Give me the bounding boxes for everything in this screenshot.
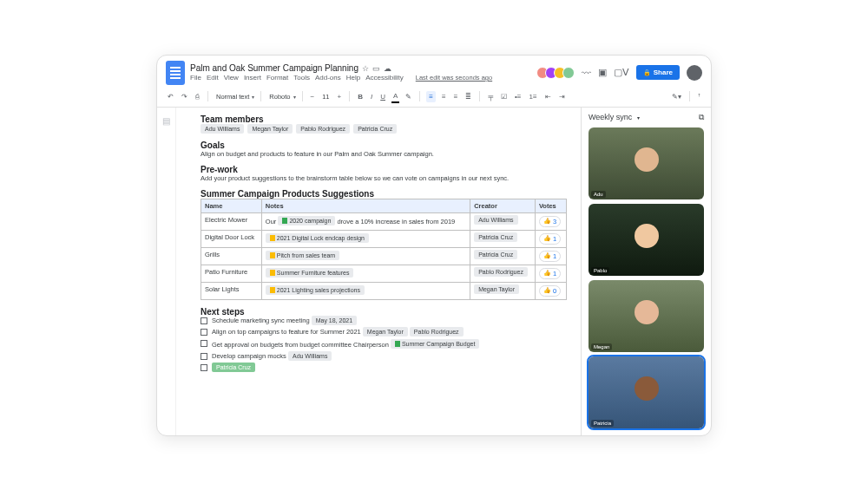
last-edit-text[interactable]: Last edit was seconds ago — [416, 74, 492, 82]
checkbox[interactable] — [201, 364, 207, 371]
file-chip[interactable]: 2020 campaign — [278, 216, 335, 225]
hide-menus-icon[interactable]: ꜛ — [696, 91, 702, 102]
video-tile[interactable]: Pablo — [589, 204, 704, 276]
person-chip[interactable]: Pablo Rodriguez — [474, 267, 528, 277]
checklist-item: Schedule marketing sync meeting May 18, … — [201, 317, 567, 324]
person-chip[interactable]: May 18, 2021 — [312, 316, 357, 325]
doc-title[interactable]: Palm and Oak Summer Campaign Planning — [190, 63, 358, 73]
menu-edit[interactable]: Edit — [207, 74, 219, 82]
bulleted-list-icon[interactable]: •≡ — [513, 91, 523, 102]
video-tiles: Adu Pablo Megan Patricia — [589, 127, 704, 429]
checklist-item: Get approval on budgets from budget comm… — [201, 339, 567, 349]
cell-creator: Patricia Cruz — [470, 247, 536, 265]
title-bar: Palm and Oak Summer Campaign Planning ☆ … — [157, 56, 711, 87]
align-justify-icon[interactable]: ≣ — [464, 91, 473, 102]
next-steps-checklist: Schedule marketing sync meeting May 18, … — [201, 317, 567, 371]
underline-icon[interactable]: U — [378, 91, 387, 102]
share-button[interactable]: Share — [636, 65, 680, 80]
collaborator-avatars[interactable] — [540, 67, 575, 79]
checklist-icon[interactable]: ☑ — [499, 91, 509, 102]
file-chip[interactable]: 2021 Digital Lock endcap design — [266, 233, 369, 243]
meet-popout-icon[interactable]: ⧉ — [699, 113, 704, 122]
video-tile[interactable]: Megan — [589, 280, 704, 352]
font-size-field[interactable]: 11 — [320, 92, 331, 101]
meet-title-dropdown-icon[interactable]: ▾ — [637, 114, 640, 121]
checklist-text: Schedule marketing sync meeting May 18, … — [212, 317, 357, 324]
person-chip[interactable]: Adu Williams — [288, 351, 332, 361]
person-chip[interactable]: Adu Williams — [201, 124, 244, 134]
indent-dec-icon[interactable]: ⇤ — [543, 91, 553, 102]
checkbox[interactable] — [201, 340, 207, 347]
redo-icon[interactable]: ↷ — [180, 91, 189, 102]
person-chip[interactable]: Megan Taylor — [474, 284, 519, 294]
menu-bar: File Edit View Insert Format Tools Add-o… — [190, 74, 492, 82]
heading-goals: Goals — [201, 140, 567, 150]
menu-file[interactable]: File — [190, 74, 201, 82]
font-size-inc[interactable]: + — [336, 91, 344, 102]
person-chip[interactable]: Pablo Rodriguez — [410, 327, 464, 336]
highlight-icon[interactable]: ✎ — [404, 91, 413, 102]
file-chip[interactable]: Pitch from sales team — [266, 251, 339, 260]
bold-icon[interactable]: B — [356, 91, 365, 102]
file-chip[interactable]: Summer Campaign Budget — [391, 339, 479, 349]
align-center-icon[interactable]: ≡ — [440, 91, 448, 102]
file-chip[interactable]: 2021 Lighting sales projections — [266, 285, 365, 295]
vote-button[interactable]: 👍1 — [539, 268, 561, 279]
person-chip[interactable]: Megan Taylor — [247, 124, 293, 134]
avatar[interactable] — [562, 67, 575, 79]
outline-toggle-icon[interactable]: ▤ — [157, 116, 175, 126]
person-chip[interactable]: Patricia Cruz — [474, 232, 517, 242]
align-right-icon[interactable]: ≡ — [452, 91, 460, 102]
team-member-chips: Adu WilliamsMegan TaylorPablo RodriguezP… — [201, 124, 567, 134]
person-chip[interactable]: Patricia Cruz — [212, 363, 255, 372]
cell-name: Solar Lights — [201, 282, 262, 299]
menu-view[interactable]: View — [224, 74, 239, 82]
analytics-icon[interactable]: 〰 — [582, 68, 591, 78]
document-body[interactable]: Team members Adu WilliamsMegan TaylorPab… — [176, 108, 581, 435]
menu-addons[interactable]: Add-ons — [315, 74, 341, 82]
account-avatar[interactable] — [687, 65, 702, 81]
person-chip[interactable]: Patricia Cruz — [353, 124, 397, 134]
text-color-icon[interactable]: A — [391, 90, 399, 103]
person-chip[interactable]: Pablo Rodriguez — [296, 124, 350, 134]
comments-icon[interactable]: ▣ — [598, 67, 607, 78]
line-spacing-icon[interactable]: ╤ — [486, 91, 495, 102]
person-chip[interactable]: Patricia Cruz — [474, 250, 517, 259]
video-tile[interactable]: Patricia — [589, 356, 704, 428]
menu-tools[interactable]: Tools — [293, 74, 310, 82]
table-row: Patio FurnitureSummer Furniture features… — [201, 265, 567, 282]
checkbox[interactable] — [201, 353, 207, 360]
indent-inc-icon[interactable]: ⇥ — [557, 91, 567, 102]
checkbox[interactable] — [201, 329, 207, 336]
print-icon[interactable]: ⎙ — [194, 91, 201, 102]
person-chip[interactable]: Adu Williams — [474, 215, 517, 225]
docs-logo-icon[interactable] — [166, 61, 185, 85]
align-left-icon[interactable]: ≡ — [426, 91, 436, 102]
style-select[interactable]: Normal text▾ — [214, 92, 254, 101]
menu-format[interactable]: Format — [266, 74, 288, 82]
menu-accessibility[interactable]: Accessibility — [365, 74, 404, 82]
menu-insert[interactable]: Insert — [244, 74, 261, 82]
vote-button[interactable]: 👍3 — [539, 216, 561, 227]
vote-button[interactable]: 👍1 — [539, 233, 561, 245]
undo-icon[interactable]: ↶ — [166, 91, 175, 102]
vote-button[interactable]: 👍1 — [539, 251, 561, 262]
move-folder-icon[interactable]: ▭ — [372, 64, 380, 73]
font-select[interactable]: Roboto▾ — [267, 92, 295, 101]
cell-notes: 2021 Lighting sales projections — [261, 282, 470, 299]
star-icon[interactable]: ☆ — [362, 64, 369, 73]
numbered-list-icon[interactable]: 1≡ — [528, 91, 539, 102]
video-tile[interactable]: Adu — [589, 127, 704, 199]
font-size-dec[interactable]: − — [309, 91, 317, 102]
cell-name: Patio Furniture — [201, 265, 262, 282]
table-header: Creator — [470, 199, 536, 212]
italic-icon[interactable]: I — [369, 91, 374, 102]
cloud-status-icon[interactable]: ☁ — [384, 64, 391, 73]
menu-help[interactable]: Help — [346, 74, 360, 82]
meet-present-icon[interactable]: ▢ᐯ — [614, 67, 629, 78]
vote-button[interactable]: 👍0 — [539, 285, 561, 297]
editing-mode-icon[interactable]: ✎▾ — [670, 91, 683, 102]
file-chip[interactable]: Summer Furniture features — [266, 268, 354, 278]
person-chip[interactable]: Megan Taylor — [363, 327, 408, 336]
checkbox[interactable] — [201, 317, 207, 324]
